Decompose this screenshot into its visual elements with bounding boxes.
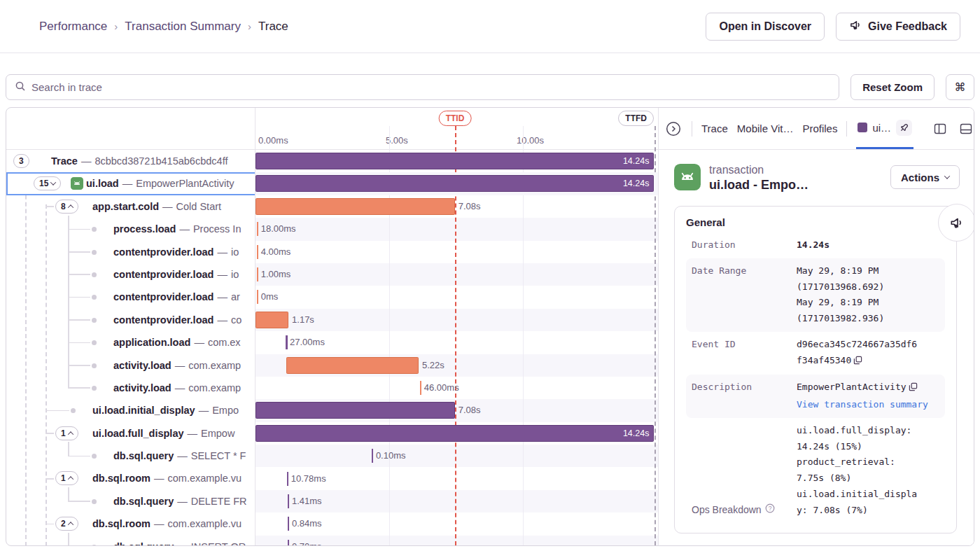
search-icon [15,81,26,95]
span-label: contentprovider.load—ar [113,286,240,308]
tab-active-label[interactable]: ui… [872,122,891,134]
trace-waterfall: 0.00ms5.00s10.00sTTIDTTFD 3Trace—8cbbcd3… [6,108,658,545]
copy-icon[interactable] [909,381,918,397]
span-duration-tick[interactable] [288,517,290,531]
span-count-badge[interactable]: 1 [55,471,78,485]
span-tree-cell[interactable]: 2db.sql.room—com.example.vu [6,512,255,535]
span-row[interactable]: contentprovider.load—io [6,241,658,263]
span-duration-tick[interactable] [257,267,259,281]
expand-panel-button[interactable] [664,120,682,138]
give-feedback-button[interactable]: Give Feedback [836,13,960,41]
span-tree-cell[interactable]: 15ui.load—EmpowerPlantActivity [6,172,255,195]
axis-tick-label: 0.00ms [258,135,288,146]
span-waterfall-cell[interactable] [255,241,658,263]
span-tree-cell[interactable]: 1ui.load.full_display—Empow [6,422,255,445]
span-count-badge[interactable]: 15 [34,176,61,190]
span-duration-tick[interactable] [257,222,259,236]
actions-button[interactable]: Actions [890,165,960,189]
span-duration-tick[interactable] [287,472,289,486]
kv-key: Date Range [692,263,797,327]
tree-guide-stub [68,274,90,275]
tabs-divider [846,121,847,137]
view-transaction-summary-link[interactable]: View transaction summary [797,397,930,413]
span-count-badge[interactable]: 3 [13,154,29,168]
span-row[interactable]: db.sql.query—SELECT * F [6,445,658,467]
kv-row: Date RangeMay 29, 8:19 PM(1717013968.692… [686,258,945,332]
span-duration-tick[interactable] [420,381,422,395]
span-row[interactable]: contentprovider.load—co [6,309,658,331]
copy-icon[interactable] [853,354,862,370]
help-icon[interactable]: ? [765,501,775,519]
search-input[interactable] [31,81,830,93]
span-row[interactable]: application.load—com.ex [6,331,658,354]
tab-profiles[interactable]: Profiles [802,123,837,134]
span-duration-label: 7.08s [458,399,481,421]
span-duration-tick[interactable] [257,245,259,259]
span-duration-tick[interactable] [286,335,288,349]
span-tree-cell[interactable]: activity.load—com.examp [6,354,255,377]
span-waterfall-cell[interactable] [255,218,658,240]
command-shortcut-button[interactable]: ⌘ [946,74,974,100]
span-duration-tick[interactable] [288,540,290,546]
span-waterfall-cell[interactable] [255,445,658,467]
span-waterfall-cell[interactable] [255,263,658,286]
span-tree-cell[interactable]: application.load—com.ex [6,331,255,354]
span-tree-cell[interactable]: ui.load.initial_display—Empo [6,399,255,421]
span-tree-cell[interactable]: 1db.sql.room—com.example.vu [6,467,255,489]
span-duration-tick[interactable] [257,290,259,304]
span-row[interactable]: db.sql.query—DELETE FR [6,490,658,512]
span-row[interactable]: 1db.sql.room—com.example.vu [6,467,658,489]
span-waterfall-cell[interactable] [255,286,658,308]
span-row[interactable]: activity.load—com.examp [6,377,658,399]
span-waterfall-cell[interactable] [255,309,658,331]
span-duration-tick[interactable] [288,494,290,508]
breadcrumb-item[interactable]: Performance [39,20,107,34]
span-tree-cell[interactable]: activity.load—com.examp [6,377,255,399]
feedback-float-button[interactable] [938,204,974,242]
trace-search[interactable] [6,74,839,100]
span-duration-bar[interactable]: 14.24s [255,175,654,192]
span-row[interactable]: db.sql.query—INSERT OR [6,536,658,546]
span-bullet [92,545,97,546]
span-row[interactable]: contentprovider.load—ar [6,286,658,308]
kv-value-line: f34af45340 [797,353,930,370]
span-label: Trace—8cbbcd38721b415ab6cbdc4ff [51,150,227,172]
tab-active-span[interactable]: ui… [856,108,913,149]
span-tree-cell[interactable]: contentprovider.load—ar [6,286,255,308]
span-duration-tick[interactable] [372,449,374,463]
span-count-badge[interactable]: 2 [55,517,78,531]
tab-trace[interactable]: Trace [701,123,728,134]
span-duration-bar[interactable]: 14.24s [255,153,654,169]
pin-tab-button[interactable] [896,120,912,136]
span-duration-bar[interactable] [255,402,455,419]
span-duration-bar[interactable] [255,312,288,328]
span-tree-cell[interactable]: db.sql.query—DELETE FR [6,490,255,512]
span-row[interactable]: contentprovider.load—io [6,263,658,286]
span-label: application.load—com.ex [113,331,241,354]
span-tree-cell[interactable]: db.sql.query—INSERT OR [6,536,255,546]
open-in-discover-button[interactable]: Open in Discover [706,13,825,41]
general-title: General [686,216,945,228]
span-duration-bar[interactable] [255,198,455,215]
span-tree-cell[interactable]: db.sql.query—SELECT * F [6,445,255,467]
span-duration-label: 14.24s [623,426,650,441]
span-duration-bar[interactable]: 14.24s [255,425,654,442]
span-tree-cell[interactable]: 3Trace—8cbbcd38721b415ab6cbdc4ff [6,150,255,172]
span-bullet [92,386,97,391]
reset-zoom-button[interactable]: Reset Zoom [850,74,934,100]
span-tree-cell[interactable]: process.load—Process In [6,218,255,240]
tree-guide-line [68,533,69,546]
span-row[interactable]: 2db.sql.room—com.example.vu [6,512,658,535]
breadcrumb-item[interactable]: Transaction Summary [125,20,241,34]
layout-bottom-button[interactable] [958,120,974,137]
span-tree-cell[interactable]: contentprovider.load—io [6,263,255,286]
layout-left-button[interactable] [932,120,948,137]
span-tree-cell[interactable]: contentprovider.load—io [6,241,255,263]
span-duration-bar[interactable] [286,357,419,374]
tab-mobile-vit-[interactable]: Mobile Vit… [737,123,794,134]
span-count-badge[interactable]: 8 [55,200,78,214]
span-count-badge[interactable]: 1 [55,426,78,440]
span-tree-cell[interactable]: contentprovider.load—co [6,309,255,331]
span-tree-cell[interactable]: 8app.start.cold—Cold Start [6,195,255,218]
span-row[interactable]: process.load—Process In [6,218,658,240]
